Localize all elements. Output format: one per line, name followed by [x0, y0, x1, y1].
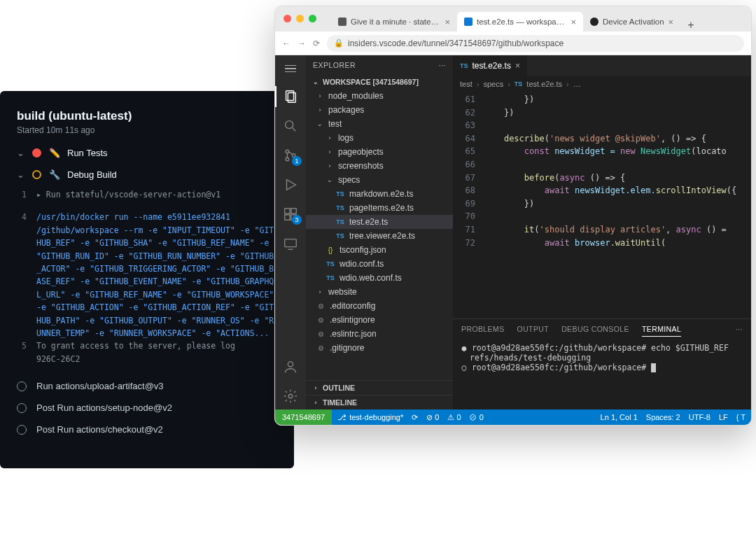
file-wdio-web-conf[interactable]: TSwdio.web.conf.ts [306, 271, 453, 285]
maximize-window-icon[interactable] [309, 15, 316, 22]
remote-explorer-icon[interactable] [275, 230, 306, 257]
reload-button[interactable]: ⟳ [313, 38, 320, 48]
extensions-badge: 3 [292, 215, 302, 225]
output-tab[interactable]: OUTPUT [517, 322, 550, 336]
timeline-section[interactable]: ›TIMELINE [306, 395, 453, 410]
gh-pending-step[interactable]: Run actions/upload-artifact@v3 [0, 375, 294, 397]
gh-pending-step[interactable]: Post Run actions/checkout@v2 [0, 419, 294, 440]
close-window-icon[interactable] [284, 15, 291, 22]
branch-indicator[interactable]: ⎇ test-debugging* [337, 413, 403, 422]
source-control-icon[interactable]: 1 [275, 142, 306, 169]
close-tab-icon[interactable]: × [570, 17, 576, 27]
folder-pageobjects[interactable]: ›pageobjects [306, 145, 453, 159]
workspace-header[interactable]: ⌄WORKSPACE [3471548697] [306, 75, 453, 89]
activity-bar: 1 3 [275, 55, 306, 410]
gh-step-debug-build[interactable]: ⌄ 🔧 Debug Build [0, 164, 294, 186]
terminal-prompt: root@a9d28ae550fc:/github/workspace# [472, 343, 646, 353]
status-pending-icon [17, 382, 27, 391]
browser-tab[interactable]: test.e2e.ts — workspace [347…× [457, 12, 583, 31]
terminal-cursor [651, 363, 656, 372]
folder-node-modules[interactable]: ›node_modules [306, 89, 453, 103]
gh-pending-step[interactable]: Post Run actions/setup-node@v2 [0, 397, 294, 419]
ts-file-icon: TS [460, 62, 468, 69]
gh-step-run-tests[interactable]: ⌄ ✏️ Run Tests [0, 142, 294, 164]
ts-file-icon: TS [326, 274, 335, 281]
folder-website[interactable]: ›website [306, 285, 453, 299]
sync-button[interactable]: ⟳ [412, 413, 418, 422]
terminal-tab[interactable]: TERMINAL [642, 322, 681, 337]
account-icon[interactable] [275, 354, 306, 380]
address-bar[interactable]: 🔒 insiders.vscode.dev/tunnel/3471548697/… [327, 35, 744, 52]
run-debug-icon[interactable] [275, 172, 306, 198]
svg-point-5 [286, 158, 289, 161]
browser-tab[interactable]: Give it a minute · stateful/vsco…× [331, 12, 457, 31]
encoding-indicator[interactable]: UTF-8 [689, 413, 710, 421]
file-pageitems-e2e[interactable]: TSpageItems.e2e.ts [306, 201, 453, 215]
extensions-icon[interactable]: 3 [275, 201, 306, 227]
outline-section[interactable]: ›OUTLINE [306, 380, 453, 395]
terminal-prompt: root@a9d28ae550fc:/github/workspace# [472, 363, 651, 372]
status-pending-icon [17, 403, 27, 413]
language-mode[interactable]: { T [736, 413, 746, 421]
errors-indicator[interactable]: ⊘ 0 [426, 413, 439, 422]
folder-logs[interactable]: ›logs [306, 131, 453, 145]
breadcrumbs[interactable]: test› specs› TS test.e2e.ts› … [453, 76, 751, 92]
browser-tab-bar: Give it a minute · stateful/vsco…× test.… [275, 6, 751, 31]
menu-icon[interactable] [280, 61, 301, 76]
favicon-icon [338, 18, 346, 26]
ports-indicator[interactable]: ⛒ 0 [470, 413, 484, 421]
file-tsconfig[interactable]: {}tsconfig.json [306, 243, 453, 257]
cursor-position[interactable]: Ln 1, Col 1 [601, 413, 638, 421]
indentation-indicator[interactable]: Spaces: 2 [646, 413, 680, 421]
back-button[interactable]: ← [282, 38, 290, 48]
problems-tab[interactable]: PROBLEMS [461, 322, 505, 336]
panel-more-icon[interactable]: ··· [736, 325, 743, 333]
settings-gear-icon[interactable] [275, 383, 306, 410]
vscode-app: 1 3 EXPLORER ··· ⌄WORKSPACE [3471548697]… [275, 55, 751, 410]
ts-file-icon: TS [335, 232, 345, 239]
file-eslintignore[interactable]: ⚙.eslintignore [306, 313, 453, 327]
file-editorconfig[interactable]: ⚙.editorconfig [306, 299, 453, 313]
scm-badge: 1 [292, 156, 302, 166]
file-test-e2e[interactable]: TStest.e2e.ts [306, 215, 453, 229]
file-wdio-conf[interactable]: TSwdio.conf.ts [306, 257, 453, 271]
folder-test[interactable]: ⌄test [306, 117, 453, 131]
ts-file-icon: TS [335, 218, 345, 225]
browser-window: Give it a minute · stateful/vsco…× test.… [274, 6, 752, 426]
wrench-icon: 🔧 [49, 169, 60, 180]
new-tab-button[interactable]: + [680, 19, 701, 31]
editor-tab[interactable]: TS test.e2e.ts × [453, 55, 528, 76]
explorer-title: EXPLORER [313, 61, 356, 69]
file-treeviewer-e2e[interactable]: TStree.viewer.e2e.ts [306, 229, 453, 243]
eol-indicator[interactable]: LF [719, 413, 728, 421]
svg-rect-9 [291, 209, 296, 214]
file-gitignore[interactable]: ⚙.gitignore [306, 341, 453, 355]
forward-button[interactable]: → [298, 38, 306, 48]
gh-step-label: Run Tests [67, 148, 108, 158]
close-tab-icon[interactable]: × [444, 17, 450, 27]
remote-indicator[interactable]: 3471548697 [275, 410, 332, 425]
gh-log-output[interactable]: 1▸ Run stateful/vscode-server-action@v1 … [0, 186, 294, 375]
minimize-window-icon[interactable] [296, 15, 304, 22]
code-editor[interactable]: 61 }) 62 }) 63 64 describe('news widget … [453, 92, 751, 318]
svg-line-3 [293, 128, 296, 132]
debug-console-tab[interactable]: DEBUG CONSOLE [561, 322, 629, 336]
folder-packages[interactable]: ›packages [306, 103, 453, 117]
folder-specs[interactable]: ⌄specs [306, 173, 453, 187]
window-controls[interactable] [284, 15, 316, 22]
close-tab-icon[interactable]: × [515, 61, 520, 71]
folder-screenshots[interactable]: ›screenshots [306, 159, 453, 173]
file-markdown-e2e[interactable]: TSmarkdown.e2e.ts [306, 187, 453, 201]
terminal[interactable]: ● root@a9d28ae550fc:/github/workspace# e… [453, 339, 751, 410]
file-eslintrc[interactable]: ⚙.eslintrc.json [306, 327, 453, 341]
warnings-indicator[interactable]: ⚠ 0 [447, 413, 461, 422]
browser-tab[interactable]: Device Activation× [583, 12, 680, 31]
explorer-icon[interactable] [275, 83, 306, 110]
svg-point-2 [286, 121, 293, 129]
lock-icon: 🔒 [334, 38, 344, 48]
ts-file-icon: TS [335, 204, 345, 211]
more-icon[interactable]: ··· [439, 61, 446, 69]
close-tab-icon[interactable]: × [668, 17, 674, 27]
search-icon[interactable] [275, 113, 306, 139]
log-line: /usr/bin/docker run --name e5911ee932841 [36, 211, 230, 223]
